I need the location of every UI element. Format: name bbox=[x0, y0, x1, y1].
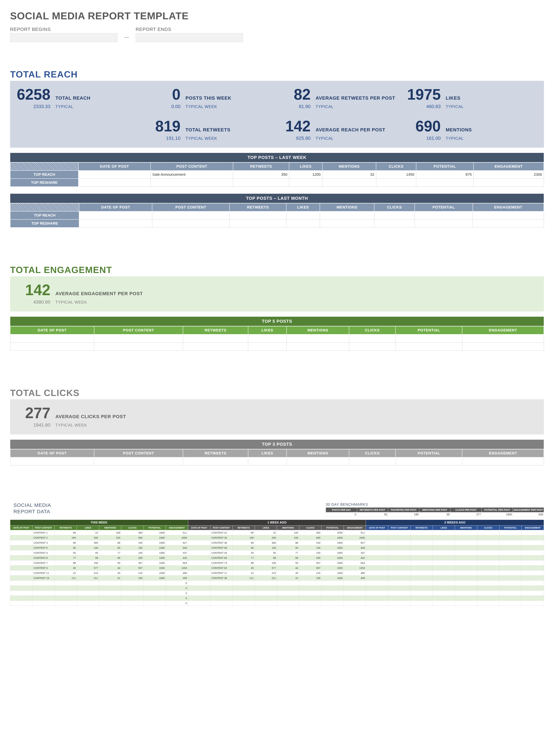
data-cell bbox=[10, 560, 33, 565]
data-cell bbox=[521, 591, 544, 596]
column-header: POST CONTENT bbox=[94, 326, 183, 334]
table-row bbox=[10, 334, 544, 342]
data-cell bbox=[55, 586, 77, 591]
data-cell bbox=[299, 586, 321, 591]
data-cell bbox=[521, 586, 544, 591]
reach-metric: 142AVERAGE REACH PER POST625.80TYPICAL bbox=[277, 117, 407, 141]
empty-header bbox=[10, 162, 78, 170]
data-col-header: POTENTIAL bbox=[144, 525, 166, 530]
data-cell bbox=[99, 601, 121, 606]
data-cell bbox=[10, 581, 33, 586]
data-cell: 1000 bbox=[144, 555, 166, 560]
data-cell bbox=[433, 545, 455, 550]
column-header: RETWEETS bbox=[233, 162, 289, 170]
data-col-header: RETWEETS bbox=[55, 525, 77, 530]
data-cell: 150 bbox=[299, 550, 321, 555]
column-header: DATE OF POST bbox=[10, 326, 94, 334]
data-cell: CONTENT 3 bbox=[33, 540, 55, 545]
report-begins-input[interactable] bbox=[10, 33, 117, 42]
data-cell: 55 bbox=[77, 550, 99, 555]
data-cell bbox=[388, 550, 410, 555]
data-cell bbox=[322, 591, 344, 596]
data-cell bbox=[521, 565, 544, 570]
data-cell: 22 bbox=[77, 530, 99, 535]
data-cell bbox=[388, 555, 410, 560]
data-cell: 150 bbox=[121, 545, 144, 550]
table-row: TOP RESHARE bbox=[10, 219, 544, 228]
data-cell bbox=[366, 535, 388, 540]
data-cell bbox=[77, 596, 99, 601]
data-cell bbox=[433, 555, 455, 560]
data-cell bbox=[77, 601, 99, 606]
data-cell bbox=[232, 586, 255, 591]
data-cell bbox=[188, 540, 210, 545]
data-cell bbox=[521, 540, 544, 545]
data-cell bbox=[366, 530, 388, 535]
data-cell: 150 bbox=[299, 540, 321, 545]
data-cell bbox=[433, 560, 455, 565]
data-cell: 33 bbox=[99, 570, 121, 575]
metric-value: 819 bbox=[147, 117, 180, 135]
benchmarks-table: POSTS PER DAYRETWEETS PER POSTFAVORITES … bbox=[326, 507, 544, 517]
report-begins-block: REPORT BEGINS bbox=[10, 27, 117, 42]
data-cell: 156 bbox=[77, 560, 99, 565]
data-cell bbox=[188, 555, 210, 560]
clicks-subvalue: 1941.80 bbox=[17, 422, 50, 428]
data-cell bbox=[232, 596, 255, 601]
data-cell bbox=[499, 530, 521, 535]
data-cell: 156 bbox=[255, 560, 277, 565]
bench-value: 82 bbox=[357, 512, 388, 517]
top-3-posts-caption: TOP 3 POSTS bbox=[10, 440, 544, 449]
data-cell bbox=[188, 601, 210, 606]
data-cell bbox=[455, 545, 477, 550]
data-cell: 88 bbox=[232, 560, 255, 565]
engagement-label: AVERAGE ENGAGEMENT PER POST bbox=[55, 291, 143, 296]
data-cell: 1263 bbox=[166, 565, 188, 570]
data-cell: 22 bbox=[255, 530, 277, 535]
data-cell: 511 bbox=[166, 530, 188, 535]
data-col-header: DATE OF POST bbox=[366, 525, 388, 530]
data-cell: 300 bbox=[299, 530, 321, 535]
report-begins-label: REPORT BEGINS bbox=[10, 27, 117, 32]
data-cell: 55 bbox=[277, 545, 299, 550]
data-row: CONTENT 6455774459710001263CONTENT 62455… bbox=[10, 565, 544, 570]
metric-subvalue: 161.00 bbox=[407, 136, 441, 141]
data-cell bbox=[144, 586, 166, 591]
data-cell: 0 bbox=[166, 601, 188, 606]
metric-subvalue: 0.00 bbox=[147, 104, 180, 109]
data-row: CONTENT 595140551501000440CONTENT 569514… bbox=[10, 545, 544, 550]
data-cell bbox=[121, 591, 144, 596]
data-cell: 1000 bbox=[322, 575, 344, 581]
data-cell bbox=[388, 545, 410, 550]
data-cell: CONTENT 2 bbox=[33, 535, 55, 540]
data-cell bbox=[388, 575, 410, 581]
data-cell: 300 bbox=[77, 540, 99, 545]
metric-label: AVERAGE RETWEETS PER POST bbox=[316, 95, 395, 101]
report-data-grid: THIS WEEK1 WEEK AGO2 WEEKS AGO DATE OF P… bbox=[10, 520, 544, 606]
data-cell: CONTENT 36 bbox=[210, 540, 232, 545]
data-cell: 89 bbox=[55, 530, 77, 535]
data-cell bbox=[388, 581, 410, 586]
report-ends-input[interactable] bbox=[135, 33, 243, 42]
data-cell: 55 bbox=[255, 550, 277, 555]
data-cell bbox=[277, 581, 299, 586]
data-cell: 442 bbox=[166, 555, 188, 560]
data-cell bbox=[410, 586, 433, 591]
data-cell: 357 bbox=[299, 560, 321, 565]
data-cell bbox=[499, 560, 521, 565]
data-cell: 89 bbox=[232, 540, 255, 545]
data-cell: 440 bbox=[344, 545, 366, 550]
data-cell: 215 bbox=[299, 570, 321, 575]
engagement-metric: 142 AVERAGE ENGAGEMENT PER POST 4380.60 … bbox=[17, 282, 537, 305]
data-cell bbox=[144, 591, 166, 596]
total-clicks-title: TOTAL CLICKS bbox=[10, 388, 544, 398]
data-cell bbox=[277, 586, 299, 591]
data-cell: 150 bbox=[55, 535, 77, 540]
data-cell: 0 bbox=[166, 591, 188, 596]
data-cell bbox=[388, 560, 410, 565]
data-cell: 499 bbox=[166, 575, 188, 581]
data-cell bbox=[521, 601, 544, 606]
data-cell: 77 bbox=[232, 555, 255, 560]
data-cell bbox=[521, 555, 544, 560]
data-cell: 99 bbox=[77, 555, 99, 560]
